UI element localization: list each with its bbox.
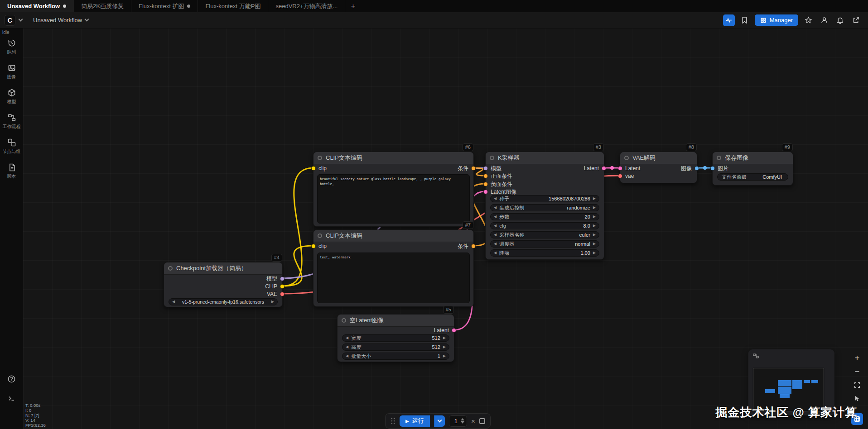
prev-arrow-icon[interactable]: ◀ — [494, 224, 497, 228]
manager-button[interactable]: Manager — [755, 14, 798, 26]
tab-flux-edit[interactable]: Flux-kontext 万能P图 — [198, 0, 268, 12]
workflow-name-menu[interactable]: Unsaved Workflow — [33, 17, 88, 24]
positive-prompt-textarea[interactable]: beautiful scenery nature glass bottle la… — [317, 174, 470, 224]
sidebar-item-workflows[interactable]: 工作流程 — [0, 113, 23, 129]
zoom-in-button[interactable]: + — [851, 352, 863, 364]
sampler-name-widget[interactable]: ◀ 采样器名称 euler ▶ — [490, 231, 599, 238]
collapse-icon[interactable] — [318, 234, 322, 238]
prev-arrow-icon[interactable]: ◀ — [494, 251, 497, 255]
node-clip-text-encode-negative[interactable]: #7 CLIP文本编码 clip 条件 text, watermark — [313, 229, 474, 307]
node-checkpoint-loader[interactable]: #4 Checkpoint加载器（简易） 模型 CLIP VAE ◀ v1-5-… — [164, 262, 283, 307]
next-arrow-icon[interactable]: ▶ — [593, 215, 596, 219]
collapse-icon[interactable] — [490, 156, 494, 160]
prev-arrow-icon[interactable]: ◀ — [346, 336, 348, 340]
share-button[interactable] — [850, 14, 862, 26]
fit-view-button[interactable] — [851, 379, 863, 391]
next-arrow-icon[interactable]: ▶ — [593, 197, 596, 200]
vae-input-port[interactable] — [618, 174, 622, 178]
next-arrow-icon[interactable]: ▶ — [443, 336, 446, 340]
sidebar-item-nodes-groups[interactable]: 节点与组 — [0, 138, 23, 154]
next-arrow-icon[interactable]: ▶ — [593, 224, 596, 228]
run-options-button[interactable] — [434, 415, 445, 427]
bookmark-button[interactable] — [739, 14, 751, 26]
graph-canvas[interactable] — [23, 29, 868, 429]
clip-output-port[interactable] — [280, 284, 285, 289]
prev-arrow-icon[interactable]: ◀ — [494, 233, 497, 237]
select-mode-button[interactable] — [851, 393, 863, 405]
new-tab-button[interactable]: + — [345, 0, 361, 12]
prev-arrow-icon[interactable]: ◀ — [494, 242, 497, 246]
collapse-icon[interactable] — [318, 156, 322, 160]
prev-arrow-icon[interactable]: ◀ — [494, 197, 497, 200]
chevron-down-icon[interactable] — [19, 17, 23, 22]
next-arrow-icon[interactable]: ▶ — [443, 345, 446, 349]
run-button[interactable]: ▶ 运行 — [400, 415, 430, 427]
terminal-icon[interactable] — [7, 394, 16, 403]
sidebar-item-scripts[interactable]: 脚本 — [0, 163, 23, 179]
tab-2k-repair[interactable]: 简易2K画质修复 — [74, 0, 131, 12]
conditioning-output-port[interactable] — [471, 244, 476, 248]
clear-queue-button[interactable]: × — [471, 417, 475, 425]
next-arrow-icon[interactable]: ▶ — [593, 251, 596, 255]
activity-button[interactable] — [723, 14, 735, 26]
sidebar-item-queue[interactable]: 队列 — [0, 38, 23, 54]
stop-button[interactable] — [479, 418, 485, 424]
zoom-out-button[interactable]: − — [851, 366, 863, 377]
latent-output-port[interactable] — [452, 328, 456, 333]
scheduler-widget[interactable]: ◀ 调度器 normal ▶ — [490, 240, 599, 248]
positive-input-port[interactable] — [483, 174, 488, 178]
model-output-port[interactable] — [280, 276, 285, 281]
collapse-icon[interactable] — [717, 156, 721, 160]
next-arrow-icon[interactable]: ▶ — [443, 354, 446, 358]
node-empty-latent[interactable]: #5 空Latent图像 Latent ◀ 宽度 512 ▶ ◀ 高度 512 … — [337, 314, 454, 362]
node-clip-text-encode-positive[interactable]: #6 CLIP文本编码 clip 条件 beautiful scenery na… — [313, 152, 474, 227]
next-arrow-icon[interactable]: ▶ — [593, 206, 596, 210]
image-output-port[interactable] — [694, 166, 699, 171]
node-header[interactable]: CLIP文本编码 — [313, 230, 473, 242]
clip-input-port[interactable] — [311, 244, 316, 248]
account-button[interactable] — [818, 14, 830, 26]
prev-arrow-icon[interactable]: ◀ — [346, 354, 348, 358]
control-after-generate-widget[interactable]: ◀ 生成后控制 randomize ▶ — [490, 204, 599, 211]
denoise-widget[interactable]: ◀ 降噪 1.00 ▶ — [490, 249, 599, 257]
drag-handle-icon[interactable] — [391, 417, 395, 424]
width-widget[interactable]: ◀ 宽度 512 ▶ — [342, 334, 449, 342]
model-input-port[interactable] — [483, 166, 488, 171]
height-widget[interactable]: ◀ 高度 512 ▶ — [342, 343, 449, 351]
conditioning-output-port[interactable] — [471, 166, 476, 171]
help-icon[interactable] — [7, 375, 16, 383]
latent-output-port[interactable] — [602, 166, 606, 171]
sidebar-item-models[interactable]: 模型 — [0, 88, 23, 104]
node-header[interactable]: CLIP文本编码 — [313, 152, 473, 164]
latent-input-port[interactable] — [483, 190, 488, 194]
node-vae-decode[interactable]: #8 VAE解码 Latent vae 图像 — [620, 152, 697, 183]
latent-input-port[interactable] — [618, 166, 622, 171]
next-arrow-icon[interactable]: ▶ — [593, 233, 596, 237]
collapse-icon[interactable] — [342, 318, 346, 323]
increment-icon[interactable] — [461, 418, 464, 420]
decrement-icon[interactable] — [461, 421, 464, 424]
next-arrow-icon[interactable]: ▶ — [271, 300, 274, 304]
collapse-icon[interactable] — [624, 156, 629, 160]
batch-count-stepper[interactable]: 1 — [449, 415, 467, 427]
seed-widget[interactable]: ◀ 种子 156680208700286 ▶ — [490, 195, 599, 202]
node-ksampler[interactable]: #3 K采样器 模型 正面条件 负面条件 Latent图像 Latent ◀ 种… — [485, 152, 604, 260]
stepper-arrows[interactable] — [461, 418, 464, 424]
prev-arrow-icon[interactable]: ◀ — [494, 206, 497, 210]
notifications-button[interactable] — [834, 14, 846, 26]
image-input-port[interactable] — [710, 166, 715, 171]
node-header[interactable]: 保存图像 — [713, 152, 793, 164]
batch-size-widget[interactable]: ◀ 批量大小 1 ▶ — [342, 353, 449, 360]
tab-unsaved-workflow[interactable]: Unsaved Workflow — [0, 0, 74, 12]
filename-prefix-widget[interactable]: 文件名前缀 ComfyUI — [717, 173, 788, 181]
node-header[interactable]: VAE解码 — [620, 152, 697, 164]
prev-arrow-icon[interactable]: ◀ — [494, 215, 497, 219]
node-header[interactable]: Checkpoint加载器（简易） — [164, 262, 282, 275]
next-arrow-icon[interactable]: ▶ — [593, 242, 596, 246]
sidebar-item-images[interactable]: 图像 — [0, 63, 23, 79]
node-header[interactable]: K采样器 — [486, 152, 604, 164]
star-button[interactable] — [802, 14, 814, 26]
ckpt-name-widget[interactable]: ◀ v1-5-pruned-emaonly-fp16.safetensors ▶ — [169, 298, 278, 305]
prev-arrow-icon[interactable]: ◀ — [346, 345, 348, 349]
negative-prompt-textarea[interactable]: text, watermark — [317, 253, 470, 303]
